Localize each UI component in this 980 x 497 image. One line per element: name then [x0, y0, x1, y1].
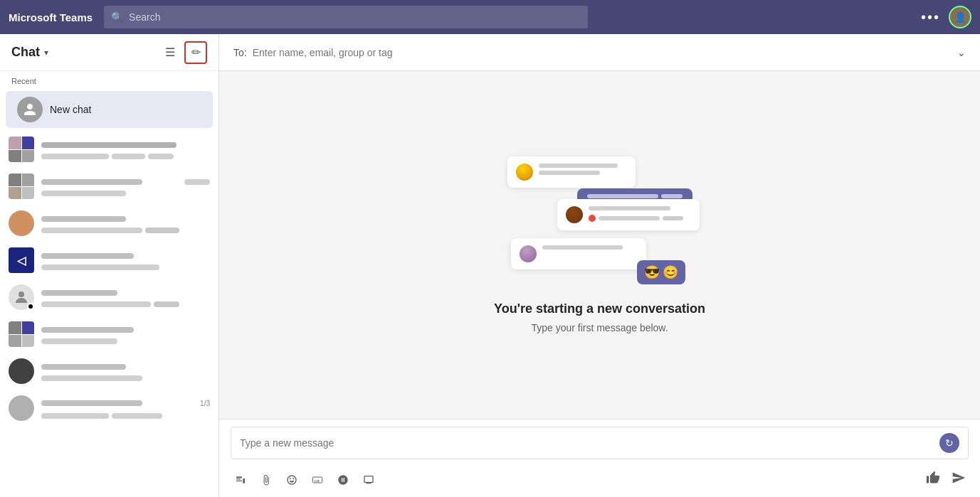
left-sidebar: Chat ▾ ☰ ✏ Recent New chat	[0, 34, 219, 497]
compose-input[interactable]	[240, 437, 939, 449]
to-label: To:	[233, 47, 247, 58]
chat-info	[41, 287, 210, 307]
chat-info	[41, 324, 210, 344]
list-item[interactable]	[0, 131, 218, 168]
group-avatar	[9, 321, 34, 347]
chat-area: 😎 😊 You're starting a new conversation T…	[219, 71, 980, 419]
chat-info	[41, 213, 210, 233]
compose-input-row: ↻	[231, 427, 969, 459]
right-content: To: ⌄	[219, 34, 980, 497]
svg-text:GIF: GIF	[314, 479, 320, 482]
to-bar: To: ⌄	[219, 34, 980, 71]
new-chat-label: New chat	[50, 104, 91, 115]
to-chevron-icon[interactable]: ⌄	[957, 47, 966, 58]
emoji-button[interactable]	[282, 470, 302, 490]
new-chat-button[interactable]: ✏	[184, 41, 207, 64]
to-input[interactable]	[253, 47, 957, 58]
new-chat-avatar	[17, 97, 43, 122]
recent-label: Recent	[0, 71, 218, 88]
sidebar-header: Chat ▾ ☰ ✏	[0, 34, 218, 71]
compose-toolbar: GIF	[231, 465, 969, 494]
app-title: Microsoft Teams	[9, 11, 93, 23]
sidebar-actions: ☰ ✏	[159, 41, 207, 64]
chat-info	[41, 176, 210, 196]
chat-info	[41, 250, 210, 270]
screen-share-button[interactable]	[359, 470, 379, 490]
format-button[interactable]	[231, 470, 251, 490]
chat-info	[41, 139, 210, 159]
list-item[interactable]	[0, 279, 218, 316]
list-item[interactable]: ◁	[0, 242, 218, 279]
topbar-right: ••• 👤	[921, 6, 971, 28]
chat-dropdown-icon[interactable]: ▾	[44, 48, 48, 58]
list-item[interactable]	[0, 168, 218, 205]
illustration-msg-1	[507, 156, 636, 188]
attach-button[interactable]	[256, 470, 276, 490]
group-avatar	[9, 137, 34, 162]
filter-icon: ☰	[165, 46, 175, 59]
emoji-2: 😊	[663, 264, 678, 280]
filter-button[interactable]: ☰	[159, 41, 181, 64]
more-options-button[interactable]: •••	[921, 9, 940, 26]
main-layout: Chat ▾ ☰ ✏ Recent New chat	[0, 34, 980, 497]
topbar: Microsoft Teams 🔍 Search ••• 👤	[0, 0, 980, 34]
gif-button[interactable]: GIF	[307, 470, 327, 490]
list-item[interactable]	[0, 353, 218, 390]
chat-info: 1/3	[41, 397, 210, 419]
compose-area: ↻ GIF	[219, 419, 980, 497]
chat-list: ◁	[0, 131, 218, 497]
search-icon: 🔍	[111, 11, 123, 23]
list-item[interactable]	[0, 205, 218, 242]
svg-point-0	[19, 292, 24, 297]
illustration: 😎 😊	[500, 156, 700, 284]
user-avatar[interactable]: 👤	[949, 6, 971, 28]
conversation-subtext: Type your first message below.	[531, 322, 668, 333]
illustration-msg-3	[511, 238, 646, 269]
like-button[interactable]	[923, 468, 943, 491]
send-button[interactable]	[949, 468, 969, 491]
new-chat-item[interactable]: New chat	[6, 91, 213, 128]
list-item[interactable]	[0, 316, 218, 353]
illustration-msg-2	[557, 199, 700, 230]
group-avatar	[9, 173, 34, 199]
search-bar[interactable]: 🔍 Search	[104, 6, 588, 28]
sidebar-title: Chat	[11, 45, 40, 60]
chat-info	[41, 361, 210, 381]
conversation-heading: You're starting a new conversation	[494, 301, 705, 316]
emoji-1: 😎	[644, 264, 660, 280]
sidebar-title-wrap: Chat ▾	[11, 45, 159, 60]
compose-refresh-button[interactable]: ↻	[939, 433, 959, 453]
search-placeholder: Search	[129, 11, 160, 23]
emoji-bubble: 😎 😊	[637, 260, 685, 284]
compose-icon: ✏	[191, 46, 201, 59]
list-item[interactable]: 1/3	[0, 390, 218, 427]
sticker-button[interactable]	[333, 470, 353, 490]
